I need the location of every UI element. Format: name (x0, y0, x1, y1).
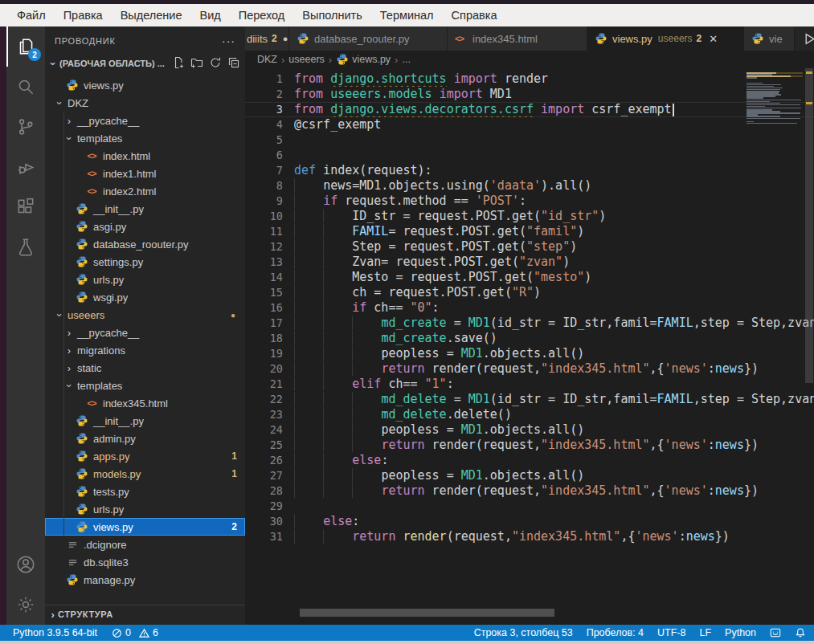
tree-item-views.py[interactable]: views.py2 (45, 518, 245, 536)
problems-badge: 1 (231, 450, 237, 462)
tree-item-index1.html[interactable]: <>index1.html (45, 165, 245, 182)
tree-item-admin.py[interactable]: admin.py (45, 430, 245, 447)
code-line-24: 24 peopless = MD1.objects.all() (245, 422, 814, 438)
tree-item-migrations[interactable]: ›migrations (45, 341, 245, 359)
new-folder-icon[interactable] (190, 56, 203, 71)
chevron-down-icon: › (54, 98, 66, 108)
minimap[interactable] (747, 72, 803, 124)
tree-item-static[interactable]: ›static (45, 359, 245, 377)
settings-gear-icon[interactable] (6, 585, 45, 625)
eol-status[interactable]: LF (699, 627, 711, 638)
python-icon (66, 79, 79, 92)
tree-item-wsgi.py[interactable]: wsgi.py (45, 288, 245, 306)
breadcrumb-item-...[interactable]: ... (402, 54, 410, 65)
menu-Выделение[interactable]: Выделение (112, 9, 191, 22)
language-mode-status[interactable]: Python (725, 627, 756, 638)
testing-icon[interactable] (6, 227, 45, 267)
breadcrumb-item-DKZ[interactable]: DKZ (257, 54, 277, 65)
tab-index345.html[interactable]: <>index345.html (448, 26, 587, 51)
indentation-status[interactable]: Пробелов: 4 (587, 627, 644, 638)
notifications-bell-icon[interactable] (795, 627, 806, 638)
problems-badge: 2 (231, 521, 237, 532)
problems-status[interactable]: 0 6 (112, 627, 158, 638)
tab-database_roouter.py[interactable]: database_roouter.py (289, 26, 448, 51)
menu-bar: ФайлПравкаВыделениеВидПереходВыполнитьТе… (0, 4, 814, 26)
tree-item-__pycache__[interactable]: ›__pycache__ (45, 112, 245, 129)
menu-Вид[interactable]: Вид (190, 9, 229, 22)
tree-item-models.py[interactable]: models.py1 (45, 465, 245, 483)
tab-views.py[interactable]: views.pyuseeers2✕ (587, 26, 744, 51)
code-line-25: 25 return render(request,"index345.html"… (245, 438, 814, 453)
tree-item-useeers[interactable]: ›useeers● (45, 306, 245, 324)
python-icon (76, 467, 88, 480)
workspace-section-header[interactable]: › (РАБОЧАЯ ОБЛАСТЬ) ... (45, 55, 245, 72)
explorer-icon[interactable]: 2 (6, 26, 45, 67)
tree-item-db.sqlite3[interactable]: db.sqlite3 (45, 553, 245, 571)
tree-item-apps.py[interactable]: apps.py1 (45, 447, 245, 465)
tree-item-manage.py[interactable]: manage.py (45, 571, 245, 589)
tree-item-templates[interactable]: ›templates (45, 129, 245, 147)
tree-item-index345.html[interactable]: <>index345.html (45, 394, 245, 412)
tree-item-index.html[interactable]: <>index.html (45, 147, 245, 165)
tree-item-database_roouter.py[interactable]: database_roouter.py (45, 235, 245, 253)
tree-item-urls.py[interactable]: urls.py (45, 500, 245, 518)
tree-item-__init__.py[interactable]: __init__.py (45, 200, 245, 218)
tree-item-views.py[interactable]: views.py (45, 76, 245, 94)
code-line-1: 1from django.shortcuts import render (245, 71, 814, 87)
html-icon: <> (88, 186, 96, 196)
menu-Справка[interactable]: Справка (443, 9, 506, 22)
search-icon[interactable] (6, 67, 45, 107)
tree-item-__init__.py[interactable]: __init__.py (45, 412, 245, 430)
sidebar-more-actions[interactable]: ··· (222, 35, 235, 47)
code-editor[interactable]: 1from django.shortcuts import render2fro… (245, 68, 814, 625)
python-icon (76, 273, 88, 286)
python-interpreter-status[interactable]: Python 3.9.5 64-bit (13, 627, 97, 638)
cursor-position-status[interactable]: Строка 3, столбец 53 (474, 627, 573, 638)
tree-item-DKZ[interactable]: ›DKZ (45, 94, 245, 112)
tree-item-.dcignore[interactable]: .dcignore (45, 536, 245, 553)
run-button[interactable] (803, 32, 814, 46)
breadcrumb-item-views.py[interactable]: views.py (336, 53, 391, 66)
encoding-status[interactable]: UTF-8 (657, 627, 685, 638)
menu-Файл[interactable]: Файл (8, 9, 55, 22)
code-line-12: 12 Step = request.POST.get("step") (245, 239, 814, 255)
code-line-13: 13 Zvan= request.POST.get("zvan") (245, 255, 814, 270)
close-tab-icon[interactable]: ✕ (709, 33, 718, 45)
run-debug-icon[interactable] (6, 147, 45, 187)
code-line-29: 29 (245, 499, 814, 514)
tree-item-asgi.py[interactable]: asgi.py (45, 218, 245, 235)
feedback-smiley-icon[interactable] (770, 627, 781, 638)
explorer-badge: 2 (28, 48, 41, 61)
tree-item-index2.html[interactable]: <>index2.html (45, 182, 245, 200)
menu-Правка[interactable]: Правка (55, 9, 112, 22)
scrollbar-thumb[interactable] (805, 68, 813, 383)
breadcrumb-item-useeers[interactable]: useeers (288, 54, 324, 65)
python-icon (76, 220, 88, 233)
tree-item-tests.py[interactable]: tests.py (45, 483, 245, 500)
menu-Терминал[interactable]: Терминал (371, 9, 443, 22)
menu-Выполнить[interactable]: Выполнить (293, 9, 370, 22)
collapse-folders-icon[interactable] (227, 56, 240, 71)
tree-item-__pycache__[interactable]: ›__pycache__ (45, 324, 245, 341)
tab-diiits[interactable]: diiits2● (245, 26, 289, 51)
chevron-down-icon: › (63, 381, 76, 390)
account-icon[interactable] (6, 544, 45, 585)
python-icon (76, 255, 88, 268)
extensions-icon[interactable] (6, 187, 45, 227)
horizontal-scrollbar[interactable] (300, 609, 554, 617)
outline-section-header[interactable]: › СТРУКТУРА (45, 605, 245, 623)
menu-Переход[interactable]: Переход (230, 9, 294, 22)
python-icon (751, 32, 764, 45)
vertical-scrollbar[interactable] (804, 68, 814, 625)
source-control-icon[interactable] (6, 107, 45, 147)
tree-item-templates[interactable]: ›templates (45, 377, 245, 394)
tab-vie[interactable]: vie (744, 26, 795, 51)
new-file-icon[interactable] (172, 56, 185, 71)
tree-item-urls.py[interactable]: urls.py (45, 271, 245, 288)
breadcrumb: DKZ›useeers›views.py›... (245, 51, 814, 68)
refresh-icon[interactable] (209, 56, 222, 71)
chevron-down-icon: › (63, 133, 76, 143)
outline-label: СТРУКТУРА (58, 609, 113, 619)
tree-item-settings.py[interactable]: settings.py (45, 253, 245, 271)
modified-dot: ● (231, 311, 235, 320)
